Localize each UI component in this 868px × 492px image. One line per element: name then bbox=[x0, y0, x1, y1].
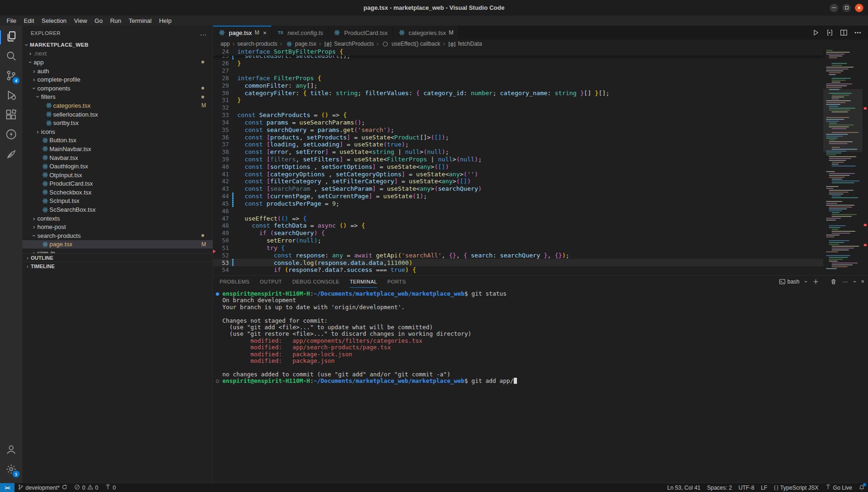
status-cursor-position[interactable]: Ln 53, Col 41 bbox=[664, 483, 703, 492]
explorer-root[interactable]: ›MARKETPLACE_WEB bbox=[22, 41, 213, 49]
tree-item-filters[interactable]: ›filters bbox=[22, 93, 213, 102]
run-icon[interactable] bbox=[812, 29, 820, 36]
tree-item-sign-in[interactable]: ›sign-in bbox=[22, 249, 213, 253]
code-editor[interactable]: 24interface SortByFilterProps { 25 selec… bbox=[213, 48, 868, 275]
tree-item-otpinput-tsx[interactable]: OtpInput.tsx bbox=[22, 171, 213, 180]
close-icon[interactable]: × bbox=[263, 29, 267, 36]
minimize-button[interactable] bbox=[830, 4, 838, 12]
panel-tab-debug-console[interactable]: DEBUG CONSOLE bbox=[292, 276, 339, 288]
menu-item-help[interactable]: Help bbox=[155, 16, 175, 25]
breadcrumb-item-search-products[interactable]: search-products bbox=[237, 41, 277, 47]
maximize-button[interactable] bbox=[842, 4, 851, 12]
status-language-mode[interactable]: { }TypeScript JSX bbox=[771, 483, 822, 492]
menu-item-selection[interactable]: Selection bbox=[38, 16, 70, 25]
tab-productcard-tsx[interactable]: ProductCard.tsx bbox=[328, 26, 393, 40]
code-line-30[interactable]: 30 categoryFilter: { title: string; filt… bbox=[213, 89, 823, 97]
status-problems[interactable]: 00 bbox=[71, 483, 101, 492]
tree-item-components[interactable]: ›components bbox=[22, 84, 213, 93]
activity-thunder-client[interactable] bbox=[0, 125, 22, 145]
breadcrumb-item-useeffect-callback[interactable]: useEffect() callback bbox=[381, 41, 441, 47]
tree-item-sellerlocation-tsx[interactable]: sellerlocation.tsx bbox=[22, 110, 213, 119]
code-line-36[interactable]: 36 const [products, setProducts] = useSt… bbox=[213, 133, 823, 141]
code-line-29[interactable]: 29 commonFilter: any[]; bbox=[213, 82, 823, 89]
activity-source-control[interactable]: 4 bbox=[0, 67, 22, 86]
status-ports[interactable]: 0 bbox=[102, 483, 119, 492]
code-line-33[interactable]: 33const SearchProducts = () => { bbox=[213, 111, 823, 119]
code-line-26[interactable]: 26} bbox=[213, 60, 823, 67]
tree-item-icons[interactable]: ›icons bbox=[22, 127, 213, 136]
tree-item--next[interactable]: ›.next bbox=[22, 49, 213, 58]
tree-item-mainnavbar-tsx[interactable]: MainNavbar.tsx bbox=[22, 145, 213, 153]
code-line-25[interactable]: 25 selectedSort: selectedSort[]; bbox=[213, 55, 823, 60]
status-branch[interactable]: development* bbox=[14, 483, 71, 492]
chevron-up-icon[interactable]: › bbox=[854, 278, 855, 285]
panel-tab-ports[interactable]: PORTS bbox=[387, 276, 406, 288]
plus-icon[interactable] bbox=[813, 278, 819, 285]
menu-item-go[interactable]: Go bbox=[91, 16, 106, 25]
code-line-39[interactable]: 39 const [filters, setFilters] = useStat… bbox=[213, 156, 823, 163]
tree-item-oauthlogin-tsx[interactable]: Oauthlogin.tsx bbox=[22, 162, 213, 171]
tree-item-sortby-tsx[interactable]: sortby.tsx bbox=[22, 118, 213, 127]
tab-categories-tsx[interactable]: categories.tsxM bbox=[393, 26, 459, 40]
code-line-34[interactable]: 34 const params = useSearchParams(); bbox=[213, 118, 823, 126]
activity-extensions[interactable] bbox=[0, 106, 22, 125]
code-line-27[interactable]: 27 bbox=[213, 67, 823, 75]
menu-item-edit[interactable]: Edit bbox=[20, 16, 38, 25]
breadcrumb-item-app[interactable]: app bbox=[220, 41, 230, 47]
close-icon[interactable]: × bbox=[861, 278, 864, 285]
more-icon[interactable] bbox=[854, 29, 861, 36]
tree-item-scinput-tsx[interactable]: ScInput.tsx bbox=[22, 197, 213, 206]
tree-item-complete-profile[interactable]: ›complete-profile bbox=[22, 75, 213, 84]
code-line-53[interactable]: 53 console.log(response.data.data,111000… bbox=[213, 259, 823, 266]
code-line-46[interactable]: 46 bbox=[213, 207, 823, 215]
code-line-54[interactable]: 54 if (response?.data?.success === true)… bbox=[213, 266, 823, 274]
terminal[interactable]: enspirit@enspirit-H110M-H:~/Documents/ma… bbox=[213, 288, 868, 483]
code-line-48[interactable]: 48 const fetchData = async () => { bbox=[213, 222, 823, 229]
split-editor-icon[interactable] bbox=[840, 29, 847, 36]
section-timeline[interactable]: ›TIMELINE bbox=[22, 262, 213, 270]
tree-item-scsearchbox-tsx[interactable]: ScSearchBox.tsx bbox=[22, 205, 213, 214]
code-line-42[interactable]: 42 const [filterCategory , setFilterCate… bbox=[213, 178, 823, 185]
tree-item-auth[interactable]: ›auth bbox=[22, 67, 213, 76]
tab-next-config-ts[interactable]: TSnext.config.ts bbox=[272, 26, 329, 40]
activity-explorer[interactable] bbox=[0, 28, 22, 47]
tree-item-app[interactable]: ›app bbox=[22, 58, 213, 67]
tab-page-tsx[interactable]: page.tsxM× bbox=[213, 26, 272, 40]
menu-item-terminal[interactable]: Terminal bbox=[125, 16, 155, 25]
menu-item-file[interactable]: File bbox=[3, 16, 20, 25]
tree-item-categories-tsx[interactable]: categories.tsxM bbox=[22, 101, 213, 110]
tree-item-page-tsx[interactable]: page.tsxM bbox=[22, 240, 213, 249]
status-notifications[interactable] bbox=[855, 483, 868, 492]
panel-tab-problems[interactable]: PROBLEMS bbox=[220, 276, 249, 288]
activity-settings[interactable]: 1 bbox=[0, 460, 22, 480]
chevron-down-icon[interactable]: › bbox=[805, 278, 807, 285]
status-indentation[interactable]: Spaces: 2 bbox=[704, 483, 735, 492]
activity-search[interactable] bbox=[0, 47, 22, 67]
tree-item-contexts[interactable]: ›contexts bbox=[22, 214, 213, 223]
breadcrumb-item-page-tsx[interactable]: page.tsx bbox=[285, 41, 316, 47]
code-line-51[interactable]: 51 try { bbox=[213, 244, 823, 252]
compare-icon[interactable] bbox=[826, 29, 834, 36]
code-line-47[interactable]: 47 useEffect(() => { bbox=[213, 215, 823, 222]
code-line-31[interactable]: 31} bbox=[213, 97, 823, 104]
tree-item-button-tsx[interactable]: Button.tsx bbox=[22, 136, 213, 145]
activity-rest-client[interactable] bbox=[0, 145, 22, 165]
status-eol[interactable]: LF bbox=[758, 483, 771, 492]
code-line-50[interactable]: 50 setError(null); bbox=[213, 237, 823, 244]
code-line-28[interactable]: 28interface FilterProps { bbox=[213, 74, 823, 82]
menu-item-view[interactable]: View bbox=[70, 16, 91, 25]
breadcrumb-item-fetchdata[interactable]: [@]fetchData bbox=[448, 41, 482, 47]
code-line-38[interactable]: 38 const [error, setError] = useState<st… bbox=[213, 148, 823, 156]
tree-item-home-post[interactable]: ›home-post bbox=[22, 222, 213, 231]
code-line-37[interactable]: 37 const [loading, setLoading] = useStat… bbox=[213, 141, 823, 148]
status-go-live[interactable]: Go Live bbox=[822, 483, 855, 492]
code-line-49[interactable]: 49 if (searchQuery) { bbox=[213, 229, 823, 237]
code-line-24[interactable]: 24interface SortByFilterProps { bbox=[213, 48, 343, 55]
activity-accounts[interactable] bbox=[0, 441, 22, 460]
code-line-43[interactable]: 43 const [searchParam , setSearchParam] … bbox=[213, 185, 823, 193]
code-line-45[interactable]: 45 const productsPerPage = 9; bbox=[213, 200, 823, 208]
more-icon[interactable]: ··· bbox=[842, 278, 848, 285]
tree-item-sccheckbox-tsx[interactable]: Sccheckbox.tsx bbox=[22, 188, 213, 197]
status-remote-indicator[interactable]: >< bbox=[0, 483, 14, 492]
section-outline[interactable]: ›OUTLINE bbox=[22, 253, 213, 262]
